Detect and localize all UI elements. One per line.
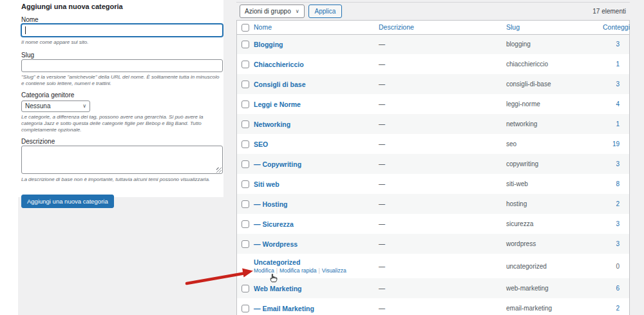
- parent-category-help: Le categorie, a differenza dei tag, poss…: [21, 114, 222, 133]
- category-name-link[interactable]: Uncategorized: [254, 258, 300, 266]
- name-help: Il nome come appare sul sito.: [21, 39, 222, 46]
- row-checkbox[interactable]: [242, 81, 249, 88]
- table-row: — Email Marketing Modifica|Modifica rapi…: [237, 298, 629, 315]
- row-slug: chiacchiericcio: [506, 54, 603, 74]
- header-name[interactable]: Nome: [254, 23, 272, 31]
- row-count-link[interactable]: 1: [616, 120, 620, 128]
- quick-edit-link[interactable]: Modifica rapida: [279, 267, 317, 274]
- category-name-link[interactable]: Consigli di base: [254, 81, 306, 88]
- row-count-link[interactable]: 3: [616, 240, 620, 247]
- row-checkbox[interactable]: [242, 180, 249, 188]
- row-checkbox[interactable]: [242, 41, 249, 48]
- table-row: SEO Modifica|Modifica rapida|Visualizza …: [237, 134, 629, 154]
- row-checkbox[interactable]: [242, 120, 249, 128]
- row-count-link[interactable]: 3: [616, 160, 620, 167]
- row-slug: seo: [506, 134, 603, 154]
- row-slug: wordpress: [506, 234, 603, 254]
- table-row: Chiacchiericcio Modifica|Modifica rapida…: [237, 54, 629, 74]
- table-toolbar: Azioni di gruppo ∨ Applica 17 elementi: [236, 4, 630, 18]
- category-name-link[interactable]: — Sicurezza: [254, 220, 294, 228]
- row-checkbox[interactable]: [242, 285, 249, 292]
- row-description: —: [379, 298, 506, 315]
- name-label: Nome: [21, 16, 222, 23]
- categories-table-card: Nome Descrizione Slug Conteggio Blogging…: [236, 20, 630, 315]
- row-slug: web-marketing: [506, 278, 603, 298]
- category-name-link[interactable]: — Hosting: [254, 200, 288, 208]
- row-checkbox[interactable]: [242, 140, 249, 148]
- category-name-link[interactable]: SEO: [254, 140, 268, 148]
- row-slug: copywriting: [506, 154, 603, 174]
- row-slug: blogging: [506, 34, 603, 54]
- view-link[interactable]: Visualizza: [322, 267, 346, 274]
- row-count-link[interactable]: 6: [616, 285, 620, 292]
- table-row: — Sicurezza Modifica|Modifica rapida|Vis…: [237, 214, 629, 234]
- row-checkbox[interactable]: [242, 61, 249, 68]
- row-description: —: [379, 114, 506, 134]
- select-all-checkbox[interactable]: [242, 24, 249, 32]
- row-checkbox[interactable]: [242, 160, 249, 168]
- category-name-link[interactable]: Chiacchiericcio: [254, 61, 304, 68]
- row-count-link[interactable]: 3: [616, 41, 620, 48]
- table-row: Leggi e Norme Modifica|Modifica rapida|V…: [237, 94, 629, 114]
- row-description: —: [379, 278, 506, 298]
- row-checkbox[interactable]: [242, 305, 249, 312]
- resize-grip-icon[interactable]: [216, 167, 222, 173]
- row-checkbox[interactable]: [242, 220, 249, 228]
- bulk-actions-value: Azioni di gruppo: [245, 8, 291, 15]
- row-count-link[interactable]: 2: [616, 305, 620, 312]
- category-name-link[interactable]: Networking: [254, 120, 290, 128]
- table-row: Uncategorized Modifica|Modifica rapida|V…: [237, 254, 629, 278]
- row-count-link[interactable]: 4: [616, 100, 620, 108]
- row-actions: Modifica|Modifica rapida|Visualizza: [254, 267, 379, 274]
- row-slug: networking: [506, 114, 603, 134]
- row-count-link[interactable]: 3: [616, 220, 620, 227]
- row-description: —: [379, 54, 506, 74]
- bulk-actions-select[interactable]: Azioni di gruppo ∨: [240, 5, 305, 18]
- row-count-link[interactable]: 19: [612, 140, 620, 148]
- table-header-row: Nome Descrizione Slug Conteggio: [237, 21, 629, 34]
- left-margin-strip: [0, 0, 18, 315]
- row-count-link[interactable]: 3: [616, 81, 620, 88]
- row-description: —: [379, 34, 506, 54]
- row-count-link[interactable]: 2: [616, 200, 620, 207]
- row-description: —: [379, 154, 506, 174]
- category-name-link[interactable]: Leggi e Norme: [254, 100, 301, 108]
- category-name-link[interactable]: — Wordpress: [254, 240, 298, 248]
- table-row: Networking Modifica|Modifica rapida|Visu…: [237, 114, 629, 134]
- add-category-button[interactable]: Aggiungi una nuova categoria: [21, 195, 114, 208]
- chevron-down-icon: ∨: [82, 103, 86, 109]
- wp-categories-page: Aggiungi una nuova categoria Nome Il nom…: [0, 0, 644, 315]
- row-checkbox[interactable]: [242, 240, 249, 248]
- name-field: Nome Il nome come appare sul sito.: [21, 16, 222, 46]
- row-slug: uncategorized: [506, 254, 603, 278]
- slug-field: Slug "Slug" è la versione "amichevole" d…: [21, 52, 222, 87]
- row-count-link[interactable]: 8: [616, 180, 620, 187]
- row-description: —: [379, 74, 506, 94]
- header-slug[interactable]: Slug: [506, 23, 520, 31]
- row-checkbox[interactable]: [242, 200, 249, 208]
- header-description[interactable]: Descrizione: [379, 23, 414, 31]
- category-name-link[interactable]: Siti web: [254, 180, 279, 188]
- items-count: 17 elementi: [592, 8, 626, 15]
- name-input[interactable]: [21, 24, 223, 37]
- separator: |: [276, 267, 278, 274]
- table-row: — Hosting Modifica|Modifica rapida|Visua…: [237, 194, 629, 214]
- category-name-link[interactable]: — Copywriting: [254, 160, 301, 168]
- category-name-link[interactable]: — Email Marketing: [254, 305, 314, 312]
- row-description: —: [379, 134, 506, 154]
- apply-button[interactable]: Applica: [308, 5, 343, 18]
- parent-category-select[interactable]: Nessuna ∨: [21, 100, 90, 112]
- row-description: —: [379, 174, 506, 194]
- category-name-link[interactable]: Blogging: [254, 41, 283, 48]
- parent-category-field: Categoria genitore Nessuna ∨ Le categori…: [21, 91, 222, 133]
- header-count[interactable]: Conteggio: [603, 23, 634, 31]
- description-textarea[interactable]: [21, 146, 223, 174]
- row-count-link[interactable]: 1: [616, 61, 620, 68]
- edit-link[interactable]: Modifica: [254, 267, 274, 274]
- row-count-link[interactable]: 0: [616, 263, 620, 270]
- row-checkbox[interactable]: [242, 100, 249, 108]
- category-name-link[interactable]: Web Marketing: [254, 285, 301, 292]
- slug-input[interactable]: [21, 59, 223, 72]
- parent-category-label: Categoria genitore: [21, 91, 222, 99]
- text-caret: [25, 26, 26, 34]
